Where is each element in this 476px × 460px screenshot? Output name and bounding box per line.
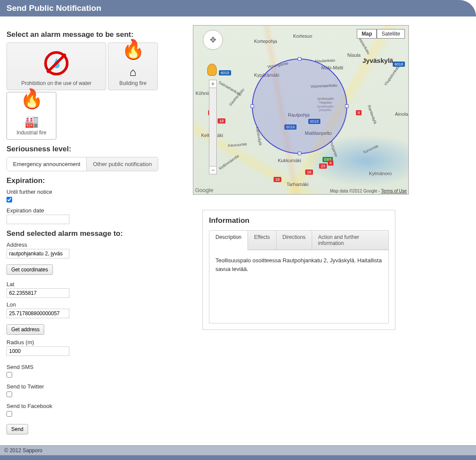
get-address-button[interactable]: Get address — [7, 324, 44, 335]
get-coordinates-button[interactable]: Get coordinates — [7, 264, 53, 275]
building-fire-icon: 🔥⌂ — [122, 38, 144, 80]
map-attribution: Map data ©2012 Google - Terms of Use — [330, 189, 407, 193]
road-shield: 6018 — [393, 62, 405, 67]
until-further-label: Until further notice — [7, 189, 180, 195]
map-place-label: Köhniö — [196, 91, 210, 96]
pan-icon: ✥ — [210, 35, 216, 45]
map-pegman-icon[interactable] — [207, 64, 217, 76]
map-place-label: Kukkumäki — [278, 158, 301, 163]
road-shield: 6015 — [219, 70, 231, 75]
tab-description[interactable]: Description — [209, 231, 248, 250]
road-shield: 4 — [328, 160, 333, 166]
facebook-checkbox[interactable] — [7, 411, 12, 417]
prohibition-icon: 💧 — [44, 46, 68, 80]
page-header: Send Public Notification — [0, 0, 476, 16]
map-city-label: Jyväskylä — [362, 57, 393, 64]
until-further-checkbox[interactable] — [7, 197, 12, 202]
zoom-slider[interactable] — [209, 88, 216, 166]
radius-label: Radius (m) — [7, 339, 180, 346]
sms-label: Send SMS — [7, 364, 180, 370]
lon-input[interactable] — [7, 309, 69, 318]
page-title: Send Public Notification — [7, 3, 101, 13]
map[interactable]: Kortesuo Kortepohja Nisula Mäki-Matti Ky… — [193, 25, 409, 195]
road-shield: 9 — [356, 110, 362, 115]
description-text: Teollisuuspalo osoitteessa Rautpohjankat… — [215, 257, 382, 272]
seriousness-other[interactable]: Other public notification — [86, 157, 158, 171]
sms-checkbox[interactable] — [7, 372, 12, 378]
alarm-option-label: Building fire — [119, 80, 147, 86]
alarm-option-prohibition-water[interactable]: 💧 Prohibition on the use of water — [7, 42, 106, 90]
road-shield: 18 — [274, 177, 281, 182]
information-heading: Information — [209, 216, 389, 225]
right-panel: Kortesuo Kortepohja Nisula Mäki-Matti Ky… — [193, 25, 469, 434]
map-view-controls: Map Satellite — [357, 29, 405, 39]
left-panel: Select an alarm message to be sent: 💧 Pr… — [7, 25, 180, 434]
map-logo: Google — [195, 187, 213, 193]
tab-effects[interactable]: Effects — [248, 231, 276, 250]
lat-label: Lat — [7, 281, 180, 287]
send-button[interactable]: Send — [7, 424, 28, 434]
zoom-out-button[interactable]: − — [209, 166, 216, 174]
twitter-label: Send to Twitter — [7, 383, 180, 390]
address-input[interactable] — [7, 249, 69, 258]
map-place-label: Kortesuo — [293, 33, 312, 39]
footer: © 2012 Sapporo About this service | Term… — [0, 445, 476, 460]
alarm-option-label: Industrial fire — [16, 130, 46, 136]
twitter-checkbox[interactable] — [7, 391, 12, 397]
map-terms-link[interactable]: Terms of Use — [381, 189, 407, 193]
zoom-in-button[interactable]: + — [209, 80, 216, 88]
address-label: Address — [7, 241, 180, 248]
alarm-option-label: Prohibition on the use of water — [21, 80, 91, 86]
lon-label: Lon — [7, 301, 180, 308]
seriousness-emergency[interactable]: Emergency announcement — [7, 157, 86, 171]
expiration-date-label: Expiration date — [7, 207, 180, 214]
facebook-label: Send to Facebook — [7, 403, 180, 409]
map-radius-circle[interactable] — [252, 59, 347, 154]
tab-directions[interactable]: Directions — [277, 231, 312, 250]
road-shield: 18 — [305, 170, 313, 175]
send-to-heading: Send selected alarm message to: — [7, 229, 180, 238]
map-mode-satellite[interactable]: Satellite — [377, 29, 405, 39]
map-mode-map[interactable]: Map — [357, 29, 377, 39]
industrial-fire-icon: 🔥🏭 — [20, 88, 43, 130]
seriousness-toggle: Emergency announcement Other public noti… — [7, 157, 158, 171]
road-shield: 18 — [218, 118, 225, 124]
info-tabs: Description Effects Directions Action an… — [209, 230, 389, 250]
map-place-label: Kortepohja — [254, 39, 277, 44]
alarm-option-industrial-fire[interactable]: 🔥🏭 Industrial fire — [7, 92, 56, 140]
road-shield: 23 — [319, 163, 327, 169]
map-place-label: Ainola — [395, 111, 408, 117]
information-panel: Information Description Effects Directio… — [202, 210, 395, 330]
footer-copyright: © 2012 Sapporo — [0, 445, 476, 455]
map-place-label: Kylmänoro — [369, 171, 392, 176]
map-zoom-control: + − — [209, 80, 217, 174]
alarm-select-heading: Select an alarm message to be sent: — [7, 30, 180, 39]
tab-action[interactable]: Action and further information — [312, 231, 388, 250]
footer-links: About this service | Terms of service | … — [0, 455, 476, 460]
expiration-date-input[interactable] — [7, 215, 69, 224]
tab-content: Teollisuuspalo osoitteessa Rautpohjankat… — [209, 250, 389, 323]
radius-input[interactable] — [7, 346, 69, 356]
expiration-heading: Expiration: — [7, 176, 180, 185]
map-place-label: Tarhamäki — [287, 182, 309, 187]
lat-input[interactable] — [7, 288, 69, 298]
map-place-label: Nisula — [347, 52, 361, 58]
seriousness-heading: Seriousness level: — [7, 145, 180, 153]
map-pan-control[interactable]: ✥ — [203, 30, 223, 50]
alarm-option-building-fire[interactable]: 🔥⌂ Building fire — [108, 42, 158, 90]
